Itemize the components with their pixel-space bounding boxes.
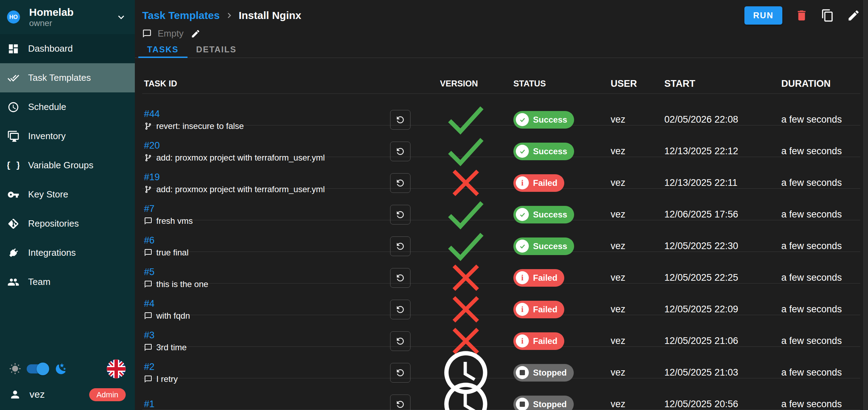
rerun-icon bbox=[395, 304, 406, 315]
sidebar-item-label: Team bbox=[28, 276, 51, 287]
status-label: Failed bbox=[533, 273, 557, 283]
project-selector[interactable]: HO Homelab owner bbox=[0, 0, 135, 34]
rerun-button[interactable] bbox=[390, 363, 410, 383]
sidebar-bottom: vez Admin bbox=[0, 355, 135, 410]
task-cell: #4with fqdn bbox=[142, 298, 381, 321]
column-header-duration: DURATION bbox=[764, 78, 860, 89]
rerun-icon bbox=[395, 115, 406, 125]
rerun-button[interactable] bbox=[390, 395, 410, 410]
column-header-start: START bbox=[648, 78, 764, 89]
project-meta: Homelab owner bbox=[29, 6, 74, 28]
breadcrumb-link[interactable]: Task Templates bbox=[142, 9, 220, 21]
rerun-icon bbox=[395, 146, 406, 157]
copy-icon[interactable] bbox=[821, 9, 834, 22]
tab-label: TASKS bbox=[147, 45, 179, 54]
rerun-cell bbox=[381, 173, 420, 193]
project-role: owner bbox=[29, 18, 74, 28]
start-cell: 12/13/2025 22:12 bbox=[648, 146, 764, 157]
status-label: Success bbox=[533, 115, 567, 125]
status-label: Stopped bbox=[533, 399, 567, 409]
git-branch-icon bbox=[144, 154, 152, 162]
user-name: vez bbox=[29, 389, 45, 400]
task-id-link[interactable]: #20 bbox=[144, 140, 160, 151]
rerun-cell bbox=[381, 395, 420, 410]
scrollbar[interactable] bbox=[863, 0, 868, 410]
task-id-link[interactable]: #19 bbox=[144, 172, 160, 183]
task-id-link[interactable]: #5 bbox=[144, 267, 154, 278]
duration-cell: a few seconds bbox=[764, 241, 860, 252]
status-cell: Success bbox=[492, 111, 593, 129]
user-cell: vez bbox=[593, 146, 648, 157]
uk-flag-icon[interactable] bbox=[107, 359, 126, 378]
sidebar-item-label: Dashboard bbox=[28, 43, 73, 54]
rerun-button[interactable] bbox=[390, 268, 410, 288]
dashboard-icon bbox=[7, 43, 19, 55]
status-cell: Stopped bbox=[492, 396, 593, 410]
status-cell: iFailed bbox=[492, 269, 593, 287]
sidebar-item-dashboard[interactable]: Dashboard bbox=[0, 34, 135, 63]
task-cell: #6true final bbox=[142, 235, 381, 258]
status-badge: Success bbox=[513, 237, 574, 255]
task-id-link[interactable]: #7 bbox=[144, 203, 154, 214]
description-text: Empty bbox=[158, 28, 184, 39]
task-message: I retry bbox=[144, 374, 381, 384]
user-row[interactable]: vez Admin bbox=[0, 383, 135, 410]
task-id-link[interactable]: #3 bbox=[144, 330, 154, 341]
run-button[interactable]: RUN bbox=[744, 6, 782, 25]
rerun-button[interactable] bbox=[390, 331, 410, 351]
edit-icon[interactable] bbox=[847, 9, 860, 22]
rerun-button[interactable] bbox=[390, 142, 410, 161]
task-id-link[interactable]: #2 bbox=[144, 362, 154, 372]
user-cell: vez bbox=[593, 177, 648, 188]
start-cell: 12/06/2025 17:56 bbox=[648, 209, 764, 220]
comment-icon bbox=[144, 280, 152, 288]
sidebar-item-key-store[interactable]: Key Store bbox=[0, 180, 135, 209]
task-id-link[interactable]: #44 bbox=[144, 109, 160, 119]
info-circle-icon: i bbox=[516, 176, 529, 189]
delete-icon[interactable] bbox=[795, 9, 808, 22]
description-row: Empty bbox=[142, 28, 860, 39]
duration-cell: a few seconds bbox=[764, 272, 860, 283]
rerun-icon bbox=[395, 241, 406, 252]
sidebar-item-team[interactable]: Team bbox=[0, 267, 135, 297]
rerun-button[interactable] bbox=[390, 205, 410, 224]
sidebar-item-inventory[interactable]: Inventory bbox=[0, 122, 135, 151]
table-row: #44revert: insecure to falseSuccessvez02… bbox=[142, 94, 860, 125]
task-cell: #7fresh vms bbox=[142, 203, 381, 226]
info-circle-icon: i bbox=[516, 303, 529, 316]
sidebar-item-label: Key Store bbox=[28, 189, 68, 200]
rerun-button[interactable] bbox=[390, 300, 410, 319]
status-label: Stopped bbox=[533, 368, 567, 378]
tab-details[interactable]: DETAILS bbox=[188, 42, 245, 58]
sidebar-item-task-templates[interactable]: Task Templates bbox=[0, 63, 135, 92]
tab-tasks[interactable]: TASKS bbox=[138, 42, 188, 58]
duration-cell: a few seconds bbox=[764, 177, 860, 188]
sidebar-item-schedule[interactable]: Schedule bbox=[0, 92, 135, 122]
task-message: add: proxmox project with terraform_user… bbox=[144, 153, 381, 163]
task-id-link[interactable]: #4 bbox=[144, 298, 154, 309]
rerun-cell bbox=[381, 142, 420, 161]
rerun-button[interactable] bbox=[390, 110, 410, 130]
comment-icon bbox=[142, 29, 152, 38]
status-badge: iFailed bbox=[513, 174, 564, 192]
rerun-button[interactable] bbox=[390, 236, 410, 256]
theme-toggle[interactable] bbox=[27, 364, 47, 373]
header-actions: RUN bbox=[744, 6, 860, 25]
rerun-cell bbox=[381, 363, 420, 383]
people-icon bbox=[7, 276, 19, 288]
edit-description-icon[interactable] bbox=[191, 29, 200, 39]
status-cell: iFailed bbox=[492, 332, 593, 350]
task-id-link[interactable]: #6 bbox=[144, 235, 154, 246]
rerun-cell bbox=[381, 300, 420, 319]
user-cell: vez bbox=[593, 399, 648, 410]
sidebar-item-label: Repositories bbox=[28, 218, 79, 229]
status-cell: iFailed bbox=[492, 301, 593, 318]
sidebar-item-variable-groups[interactable]: { }Variable Groups bbox=[0, 151, 135, 180]
tab-label: DETAILS bbox=[196, 45, 237, 54]
task-id-link[interactable]: #1 bbox=[144, 399, 154, 410]
sidebar-item-repositories[interactable]: Repositories bbox=[0, 209, 135, 238]
status-label: Success bbox=[533, 241, 567, 251]
task-message: with fqdn bbox=[144, 311, 381, 321]
sidebar-item-integrations[interactable]: Integrations bbox=[0, 238, 135, 267]
rerun-button[interactable] bbox=[390, 173, 410, 193]
